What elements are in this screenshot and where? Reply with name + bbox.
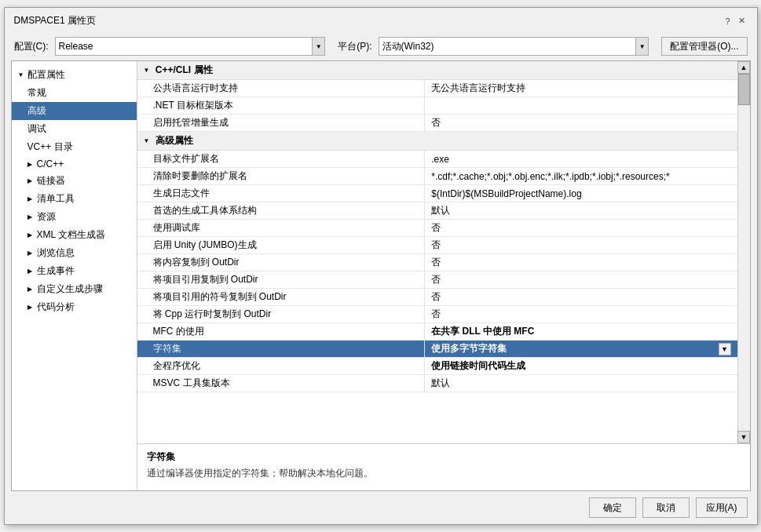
prop-row-log[interactable]: 生成日志文件 $(IntDir)$(MSBuildProjectName).lo… [137,185,737,202]
prop-row-dotnet[interactable]: .NET 目标框架版本 [137,97,737,115]
prop-row-msvc[interactable]: MSVC 工具集版本 默认 [137,375,737,392]
prop-row-debug-lib[interactable]: 使用调试库 否 [137,220,737,237]
description-text: 通过编译器使用指定的字符集；帮助解决本地化问题。 [147,467,741,480]
prop-name-debug-lib: 使用调试库 [137,220,426,236]
prop-value-log: $(IntDir)$(MSBuildProjectName).log [425,187,737,201]
apply-button[interactable]: 应用(A) [696,497,748,518]
prop-name-log: 生成日志文件 [137,185,426,202]
platform-select-arrow[interactable]: ▼ [635,38,648,55]
scroll-up-btn[interactable]: ▲ [737,61,750,74]
prop-value-copy-content: 否 [425,254,737,271]
sidebar-item-custom-build[interactable]: ▶ 自定义生成步骤 [12,280,137,298]
config-manager-button[interactable]: 配置管理器(O)... [661,37,747,56]
triangle-icon-xml: ▶ [27,231,35,239]
triangle-icon-code: ▶ [27,304,35,311]
prop-row-ext[interactable]: 目标文件扩展名 .exe [137,151,737,168]
sidebar-item-code-analysis[interactable]: ▶ 代码分析 [12,298,137,316]
triangle-icon-manifest: ▶ [27,195,35,202]
prop-value-copy-cpp: 否 [425,306,737,322]
sidebar-item-browse[interactable]: ▶ 浏览信息 [12,244,137,262]
prop-name-dotnet: .NET 目标框架版本 [137,97,426,114]
config-row: 配置(C): Release ▼ 平台(P): 活动(Win32) ▼ 配置管理… [5,32,757,60]
config-select-arrow[interactable]: ▼ [312,38,324,55]
config-label: 配置(C): [14,40,49,53]
prop-value-charset: 使用多字节字符集 ▼ [425,341,737,357]
prop-name-mfc: MFC 的使用 [137,323,426,340]
cancel-button[interactable]: 取消 [642,497,690,518]
prop-value-copy-proj-ref: 否 [425,271,737,288]
triangle-advanced: ▼ [144,137,152,144]
prop-scroll-wrapper: ▼ C++/CLI 属性 公共语言运行时支持 无公共语言运行时支持 .NET 目… [137,61,750,443]
sidebar-header-config-props[interactable]: ▼ 配置属性 [12,66,137,84]
prop-name-managed: 启用托管增量生成 [137,115,426,131]
title-controls: ? ✕ [723,16,748,27]
prop-name-charset: 字符集 [137,341,426,357]
prop-name-copy-proj-ref: 将项目引用复制到 OutDir [137,271,426,288]
prop-name-arch: 首选的生成工具体系结构 [137,202,426,219]
sidebar-item-manifest[interactable]: ▶ 清单工具 [12,190,137,208]
prop-value-copy-sym: 否 [425,289,737,305]
triangle-icon-linker: ▶ [27,177,35,184]
main-dialog: DMSPACE1 属性页 ? ✕ 配置(C): Release ▼ 平台(P):… [4,7,758,525]
description-title: 字符集 [147,450,741,464]
prop-row-copy-content[interactable]: 将内容复制到 OutDir 否 [137,254,737,271]
scroll-thumb[interactable] [738,74,750,105]
sidebar-item-c-cpp[interactable]: ▶ C/C++ [12,156,137,172]
main-area: ▼ 配置属性 常规 高级 调试 VC++ 目录 ▶ C/C++ ▶ 链接器 ▶ … [11,60,751,491]
ok-button[interactable]: 确定 [589,497,636,518]
prop-value-managed: 否 [425,115,737,131]
prop-row-copy-proj-ref[interactable]: 将项目引用复制到 OutDir 否 [137,271,737,289]
prop-value-arch: 默认 [425,202,737,219]
prop-name-copy-content: 将内容复制到 OutDir [137,254,426,271]
prop-row-charset[interactable]: 字符集 使用多字节字符集 ▼ [137,341,737,358]
prop-row-copy-cpp[interactable]: 将 Cpp 运行时复制到 OutDir 否 [137,306,737,323]
prop-row-arch[interactable]: 首选的生成工具体系结构 默认 [137,202,737,220]
triangle-icon-resources: ▶ [27,213,35,220]
prop-value-whole-prog: 使用链接时间代码生成 [425,358,737,374]
prop-value-unity: 否 [425,237,737,253]
triangle-icon-cpp: ▶ [27,161,35,168]
sidebar-item-build-events[interactable]: ▶ 生成事件 [12,262,137,280]
prop-name-unity: 启用 Unity (JUMBO)生成 [137,237,426,253]
prop-row-clean-ext[interactable]: 清除时要删除的扩展名 *.cdf;*.cache;*.obj;*.obj.enc… [137,168,737,185]
close-button[interactable]: ✕ [737,16,748,27]
title-bar: DMSPACE1 属性页 ? ✕ [5,8,757,32]
prop-name-ext: 目标文件扩展名 [137,151,426,167]
sidebar: ▼ 配置属性 常规 高级 调试 VC++ 目录 ▶ C/C++ ▶ 链接器 ▶ … [12,61,137,490]
description-area: 字符集 通过编译器使用指定的字符集；帮助解决本地化问题。 [137,443,750,490]
prop-list: ▼ C++/CLI 属性 公共语言运行时支持 无公共语言运行时支持 .NET 目… [137,61,737,443]
sidebar-item-general[interactable]: 常规 [12,84,137,102]
prop-row-clr[interactable]: 公共语言运行时支持 无公共语言运行时支持 [137,80,737,97]
section-advanced: ▼ 高级属性 [137,132,737,151]
charset-dropdown-btn[interactable]: ▼ [719,343,731,355]
prop-row-whole-prog[interactable]: 全程序优化 使用链接时间代码生成 [137,358,737,375]
prop-value-debug-lib: 否 [425,220,737,236]
scroll-down-btn[interactable]: ▼ [737,431,750,443]
sidebar-item-advanced[interactable]: 高级 [12,102,137,120]
prop-row-mfc[interactable]: MFC 的使用 在共享 DLL 中使用 MFC [137,323,737,341]
sidebar-item-resources[interactable]: ▶ 资源 [12,208,137,226]
section-cpp-cli: ▼ C++/CLI 属性 [137,61,737,80]
prop-value-clean-ext: *.cdf;*.cache;*.obj;*.obj.enc;*.ilk;*.ip… [425,169,737,184]
config-select[interactable]: Release ▼ [55,37,326,56]
prop-row-copy-sym[interactable]: 将项目引用的符号复制到 OutDir 否 [137,289,737,306]
prop-name-whole-prog: 全程序优化 [137,358,426,374]
triangle-icon-build: ▶ [27,268,35,275]
scroll-track[interactable] [738,74,750,431]
prop-value-dotnet [425,104,737,107]
sidebar-item-debug[interactable]: 调试 [12,120,137,138]
platform-select[interactable]: 活动(Win32) ▼ [379,37,649,56]
content-area: ▼ C++/CLI 属性 公共语言运行时支持 无公共语言运行时支持 .NET 目… [137,61,750,490]
help-button[interactable]: ? [723,16,734,27]
sidebar-item-linker[interactable]: ▶ 链接器 [12,172,137,190]
prop-value-msvc: 默认 [425,375,737,392]
triangle-icon-custom: ▶ [27,286,35,293]
prop-name-clean-ext: 清除时要删除的扩展名 [137,168,426,184]
platform-label: 平台(P): [338,40,371,53]
prop-row-managed[interactable]: 启用托管增量生成 否 [137,115,737,132]
prop-scrollbar: ▲ ▼ [737,61,750,443]
prop-name-copy-sym: 将项目引用的符号复制到 OutDir [137,289,426,305]
sidebar-item-vc-dirs[interactable]: VC++ 目录 [12,138,137,156]
prop-row-unity[interactable]: 启用 Unity (JUMBO)生成 否 [137,237,737,254]
sidebar-item-xml-gen[interactable]: ▶ XML 文档生成器 [12,226,137,244]
